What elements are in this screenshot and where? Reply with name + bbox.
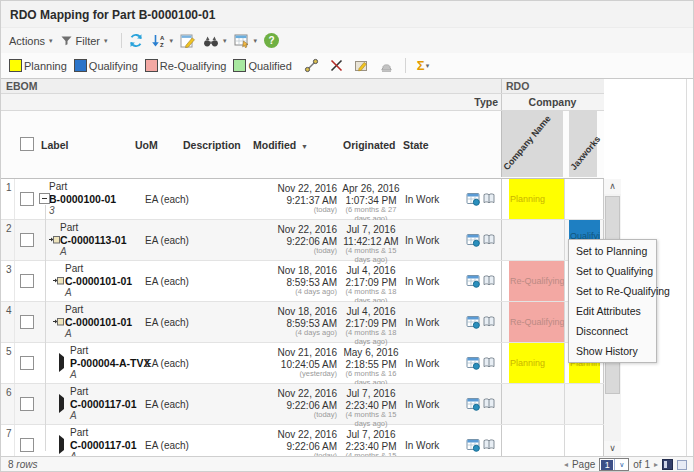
company-name-status-cell[interactable]: Planning (501, 343, 564, 383)
part-number-link[interactable]: C-0000101-01 (65, 275, 133, 287)
uom-cell: EA (each) (133, 343, 181, 383)
view-information-icon[interactable] (482, 356, 496, 369)
binoculars-icon (203, 34, 219, 48)
part-type-icon[interactable] (466, 315, 480, 329)
view-information-icon[interactable] (482, 274, 496, 287)
object-type: Part (65, 304, 133, 316)
label-cell[interactable]: Part C-0000101-01 A (39, 302, 133, 342)
view-information-icon[interactable] (482, 192, 496, 205)
row-checkbox[interactable] (20, 356, 34, 370)
part-type-icon[interactable] (466, 233, 480, 247)
table-row[interactable]: 1 Part B-0000100-01 3 EA (each) Nov 22, … (1, 179, 604, 220)
table-row[interactable]: 5 Part P-000004-A-TVX A EA (each) Nov 21… (1, 343, 604, 384)
chevron-down-icon: ▾ (104, 37, 108, 45)
part-number-link[interactable]: C-0000117-01 (70, 398, 133, 410)
summary-button[interactable]: Σ ▾ (417, 59, 429, 72)
row-checkbox[interactable] (20, 192, 34, 206)
label-cell[interactable]: Part C-0000117-01 A (39, 425, 133, 456)
part-type-icon[interactable] (466, 274, 480, 288)
table-row[interactable]: 6 Part C-0000117-01 A EA (each) Nov 22, … (1, 384, 604, 425)
view-information-icon[interactable] (482, 438, 496, 451)
modified-column-header[interactable]: Modified ▼ (251, 139, 341, 151)
state-column-header[interactable]: State (401, 139, 444, 151)
edit-button[interactable] (180, 33, 196, 48)
label-cell[interactable]: Part B-0000100-01 3 (39, 179, 133, 219)
expand-triangle-icon[interactable] (59, 398, 64, 410)
connect-button[interactable] (304, 58, 319, 73)
edit-attributes-button[interactable] (354, 58, 369, 73)
select-all-checkbox[interactable] (20, 137, 34, 151)
description-column-header[interactable]: Description (181, 139, 251, 151)
view-information-icon[interactable] (482, 233, 496, 246)
jaxworks-status-cell[interactable] (564, 179, 604, 219)
legend-separator (405, 58, 406, 73)
expand-triangle-icon[interactable] (59, 439, 64, 451)
expand-triangle-icon[interactable] (59, 357, 64, 369)
menu-item-edit-attributes[interactable]: Edit Attributes (569, 301, 656, 321)
part-number-link[interactable]: C-0000113-01 (60, 234, 133, 246)
menu-item-show-history[interactable]: Show History (569, 341, 656, 361)
full-screen-view-icon[interactable] (662, 459, 673, 470)
find-button[interactable]: ▾ (203, 34, 227, 48)
help-button[interactable]: ? (264, 33, 279, 48)
disconnect-button[interactable] (329, 58, 344, 73)
jaxworks-status-cell[interactable] (564, 425, 604, 456)
legend-item-qualified: Qualified (233, 59, 291, 72)
part-type-icon[interactable] (466, 192, 480, 206)
part-number-link[interactable]: P-000004-A-TVX (70, 357, 133, 369)
part-number-link[interactable]: C-0000101-01 (65, 316, 133, 328)
part-type-icon[interactable] (466, 356, 480, 370)
uom-column-header[interactable]: UoM (133, 139, 181, 151)
company-name-status-cell[interactable]: Re-Qualifying (501, 302, 564, 342)
row-checkbox[interactable] (20, 397, 34, 411)
description-cell (181, 179, 251, 219)
company-name-status-cell[interactable] (501, 220, 564, 260)
label-column-header[interactable]: Label (39, 139, 133, 151)
normal-view-icon[interactable] (677, 460, 687, 470)
company-name-status-cell[interactable]: Planning (501, 179, 564, 219)
originated-column-header[interactable]: Originated (341, 139, 401, 151)
table-row[interactable]: 3 Part C-0000101-01 A EA (each) Nov 18, … (1, 261, 604, 302)
modified-relative: (4 days ago) (251, 329, 337, 338)
filter-menu-button[interactable]: Filter ▾ (60, 34, 108, 47)
sort-button[interactable]: A Z ▾ (151, 34, 174, 48)
row-checkbox[interactable] (20, 233, 34, 247)
jaxworks-column-header[interactable]: Jaxworks (569, 111, 597, 177)
menu-item-disconnect[interactable]: Disconnect (569, 321, 656, 341)
scroll-down-icon[interactable]: ∨ (604, 441, 621, 456)
menu-item-set-to-planning[interactable]: Set to Planning (569, 241, 656, 261)
refresh-button[interactable] (128, 33, 144, 48)
menu-item-set-to-requalifying[interactable]: Set to Re-Qualifying (569, 281, 656, 301)
collapse-minus-icon[interactable] (39, 193, 50, 204)
company-name-column-header[interactable]: Company Name (501, 111, 563, 177)
table-row[interactable]: 2 Part C-0000113-01 A EA (each) Nov 22, … (1, 220, 604, 261)
menu-item-set-to-qualifying[interactable]: Set to Qualifying (569, 261, 656, 281)
table-row[interactable]: 7 Part C-0000117-01 A EA (each) Nov 22, … (1, 425, 604, 456)
view-information-icon[interactable] (482, 397, 496, 410)
label-cell[interactable]: Part C-0000117-01 A (39, 384, 133, 424)
row-checkbox[interactable] (20, 274, 34, 288)
part-number-link[interactable]: B-0000100-01 (49, 193, 133, 205)
part-type-icon[interactable] (466, 438, 480, 452)
part-number-link[interactable]: C-0000117-01 (70, 439, 133, 451)
label-cell[interactable]: Part C-0000101-01 A (39, 261, 133, 301)
part-version: A (65, 287, 133, 299)
previous-page-icon[interactable]: ◂ (564, 460, 568, 469)
row-checkbox[interactable] (20, 438, 34, 452)
label-cell[interactable]: Part P-000004-A-TVX A (39, 343, 133, 383)
company-name-status-cell[interactable] (501, 425, 564, 456)
part-type-icon[interactable] (466, 397, 480, 411)
page-select[interactable]: 1 ∨ (599, 458, 629, 471)
company-name-status-cell[interactable] (501, 384, 564, 424)
view-information-icon[interactable] (482, 315, 496, 328)
next-page-icon[interactable]: ▸ (654, 460, 658, 469)
view-actions-button[interactable]: ▾ (234, 33, 258, 48)
actions-menu-button[interactable]: Actions ▾ (9, 35, 53, 47)
scroll-up-icon[interactable]: ∧ (604, 179, 621, 194)
jaxworks-status-cell[interactable] (564, 384, 604, 424)
label-cell[interactable]: Part C-0000113-01 A (39, 220, 133, 260)
originated-cell: Apr 26, 2016 1:07:34 PM (6 months & 27 d… (341, 179, 401, 219)
table-row[interactable]: 4 Part C-0000101-01 A EA (each) Nov 18, … (1, 302, 604, 343)
company-name-status-cell[interactable]: Re-Qualifying (501, 261, 564, 301)
row-checkbox[interactable] (20, 315, 34, 329)
